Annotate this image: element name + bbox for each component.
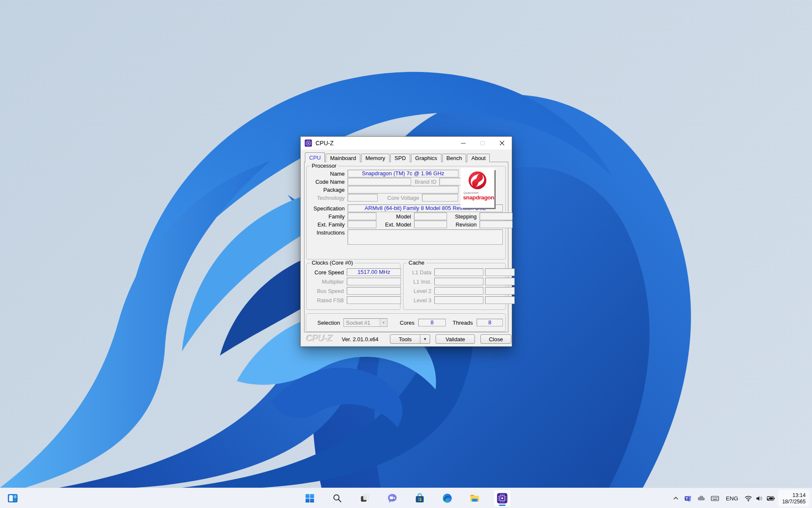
close-window-button[interactable] (492, 137, 512, 149)
tab-spd[interactable]: SPD (390, 154, 410, 162)
onedrive-tray-button[interactable] (695, 490, 708, 507)
snapdragon-brand-text: snapdragon (461, 194, 494, 201)
l1-data-info-field (485, 268, 515, 276)
bus-speed-field (347, 287, 401, 295)
tab-memory[interactable]: Memory (361, 154, 390, 162)
ext-family-label: Ext. Family (309, 221, 345, 228)
window-title: CPU-Z (315, 140, 334, 146)
threads-label: Threads (451, 320, 473, 326)
selection-group: Selection Socket #1 ▼ Cores 8 Threads 8 (306, 313, 506, 332)
clocks-group-label: Clocks (Core #0) (310, 260, 355, 266)
tab-graphics[interactable]: Graphics (411, 154, 442, 162)
language-indicator[interactable]: ENG (722, 490, 741, 507)
name-label: Name (309, 171, 345, 177)
code-name-label: Code Name (309, 179, 345, 185)
running-indicator (499, 505, 506, 506)
level3-label: Level 3 (406, 297, 431, 304)
level3-info-field (485, 296, 515, 304)
level3-field (434, 296, 483, 304)
close-icon (499, 141, 505, 146)
ext-model-label: Ext. Model (376, 221, 411, 228)
cpuz-window: CPU-Z CPU Mainboard Memory SPD Graphics … (300, 136, 512, 347)
l1-data-field (434, 268, 483, 276)
tab-about[interactable]: About (467, 154, 490, 162)
store-button[interactable] (411, 490, 428, 507)
file-explorer-icon (469, 493, 480, 504)
cache-group: Cache L1 Data L1 Inst. Level 2 Level 3 (403, 263, 506, 310)
edge-icon (442, 493, 453, 504)
cpuz-footer-logo: CPU-Z (306, 333, 332, 344)
network-volume-battery-button[interactable] (742, 490, 777, 507)
tools-button[interactable]: Tools (390, 334, 420, 344)
task-view-button[interactable] (357, 490, 373, 507)
processor-group: Processor Name Snapdragon (TM) 7c @ 1.96… (306, 166, 506, 260)
model-label: Model (376, 213, 411, 220)
multiplier-field (347, 278, 401, 285)
rated-fsb-label: Rated FSB (309, 297, 344, 304)
core-voltage-field (422, 194, 458, 202)
tab-cpu[interactable]: CPU (305, 152, 325, 162)
cpuz-taskbar-button[interactable] (494, 490, 511, 507)
name-field: Snapdragon (TM) 7c @ 1.96 GHz (348, 170, 458, 177)
taskbar-center (302, 490, 511, 507)
tab-strip: CPU Mainboard Memory SPD Graphics Bench … (305, 152, 491, 162)
socket-selector-value: Socket #1 (344, 320, 380, 326)
wifi-icon (744, 494, 752, 502)
ext-family-field (348, 221, 376, 228)
version-text: Ver. 2.01.0.x64 (342, 336, 379, 342)
widgets-button[interactable] (4, 490, 21, 507)
l1-data-label: L1 Data (406, 269, 431, 276)
chevron-up-icon (673, 495, 679, 501)
processor-group-label: Processor (310, 163, 338, 169)
level2-info-field (485, 287, 515, 295)
family-field (348, 213, 376, 220)
core-voltage-label: Core Voltage (378, 195, 419, 201)
validate-button[interactable]: Validate (436, 334, 475, 344)
close-button[interactable]: Close (480, 334, 511, 344)
system-tray: ENG 13:14 18/7/2565 (671, 488, 809, 508)
maximize-icon (480, 141, 485, 145)
socket-selector[interactable]: Socket #1 ▼ (343, 318, 387, 327)
snapdragon-ball-icon (468, 171, 487, 190)
start-button[interactable] (302, 490, 318, 507)
tab-bench[interactable]: Bench (442, 154, 466, 162)
search-button[interactable] (329, 490, 346, 507)
stepping-label: Stepping (447, 213, 477, 220)
package-field (348, 186, 458, 193)
minimize-icon (461, 143, 466, 144)
title-bar[interactable]: CPU-Z (301, 137, 512, 149)
edge-button[interactable] (439, 490, 456, 507)
maximize-button[interactable] (473, 137, 492, 149)
revision-field (480, 221, 513, 228)
taskbar: ENG 13:14 18/7/2565 (0, 488, 812, 508)
volume-icon (755, 494, 763, 502)
snapdragon-logo: Qualcomm· snapdragon (461, 168, 494, 208)
clocks-group: Clocks (Core #0) Core Speed 1517.00 MHz … (306, 263, 401, 310)
tools-dropdown-button[interactable]: ▼ (420, 334, 430, 344)
windows-start-icon (305, 493, 315, 503)
threads-field: 8 (477, 319, 503, 326)
multiplier-label: Multiplier (309, 279, 344, 285)
touch-keyboard-button[interactable] (708, 490, 721, 507)
qualcomm-brand-text: Qualcomm· (461, 191, 480, 194)
technology-field (348, 194, 378, 202)
clock-time: 13:14 (793, 492, 806, 498)
combo-dropdown-icon: ▼ (380, 319, 387, 326)
specification-label: Specification (309, 205, 345, 212)
core-speed-label: Core Speed (309, 269, 344, 276)
tray-overflow-button[interactable] (671, 490, 681, 507)
cache-group-label: Cache (407, 260, 426, 266)
brand-id-field (439, 178, 463, 185)
search-icon (332, 493, 343, 503)
file-explorer-button[interactable] (466, 490, 483, 507)
rated-fsb-field (347, 296, 401, 304)
technology-label: Technology (309, 195, 345, 201)
selection-label: Selection (309, 320, 340, 326)
teams-tray-icon (684, 494, 692, 502)
minimize-button[interactable] (453, 137, 473, 149)
tab-mainboard[interactable]: Mainboard (326, 154, 360, 162)
cpuz-taskbar-icon (497, 493, 508, 504)
teams-tray-button[interactable] (682, 490, 694, 507)
clock[interactable]: 13:14 18/7/2565 (778, 490, 809, 507)
chat-button[interactable] (384, 490, 401, 507)
